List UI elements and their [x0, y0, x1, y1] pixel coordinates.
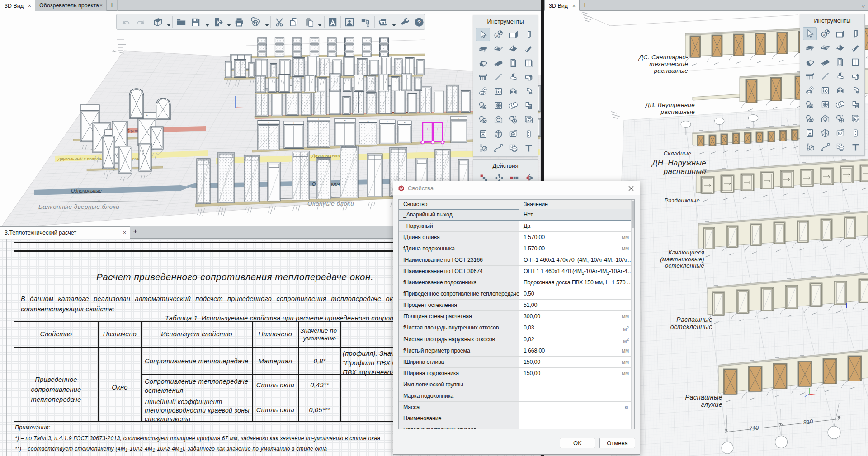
svg-text:810: 810	[803, 418, 814, 426]
svg-text:+: +	[89, 106, 91, 109]
svg-text:+: +	[437, 127, 439, 131]
svg-text:+: +	[458, 117, 460, 119]
svg-text:▪: ▪	[331, 39, 332, 42]
svg-text:▪: ▪	[366, 39, 367, 42]
svg-text:▪: ▪	[314, 39, 315, 42]
svg-text:+: +	[318, 118, 320, 120]
svg-text:+: +	[404, 121, 406, 124]
svg-text:▪: ▪	[384, 39, 385, 42]
svg-text:Складные: Складные	[664, 150, 691, 157]
svg-text:+: +	[146, 114, 148, 117]
svg-text:+: +	[344, 119, 346, 122]
svg-text:▪: ▪	[297, 39, 297, 42]
svg-text:?: ?	[417, 19, 421, 26]
svg-text:+: +	[268, 121, 269, 123]
svg-text:+: +	[293, 122, 295, 124]
svg-text:Однопольные: Однопольные	[71, 188, 102, 193]
svg-text:▪: ▪	[262, 39, 263, 42]
svg-text:Распашныеостекленные: Распашныеостекленные	[670, 316, 712, 330]
svg-text:▪: ▪	[349, 39, 350, 42]
svg-text:+: +	[367, 120, 369, 122]
svg-text:▪: ▪	[279, 39, 280, 42]
svg-text:ДВ. Внутренниераспашные: ДВ. Внутренниераспашные	[645, 102, 695, 115]
svg-text:Балконные дверные блоки: Балконные дверные блоки	[38, 203, 119, 210]
svg-text:710: 710	[749, 424, 760, 432]
svg-text:ДС. Санитарно-техническиераспа: ДС. Санитарно-техническиераспашные	[638, 54, 688, 74]
svg-text:+: +	[387, 120, 388, 123]
svg-text:Раздвижные: Раздвижные	[664, 197, 700, 204]
svg-text:+: +	[426, 127, 429, 131]
